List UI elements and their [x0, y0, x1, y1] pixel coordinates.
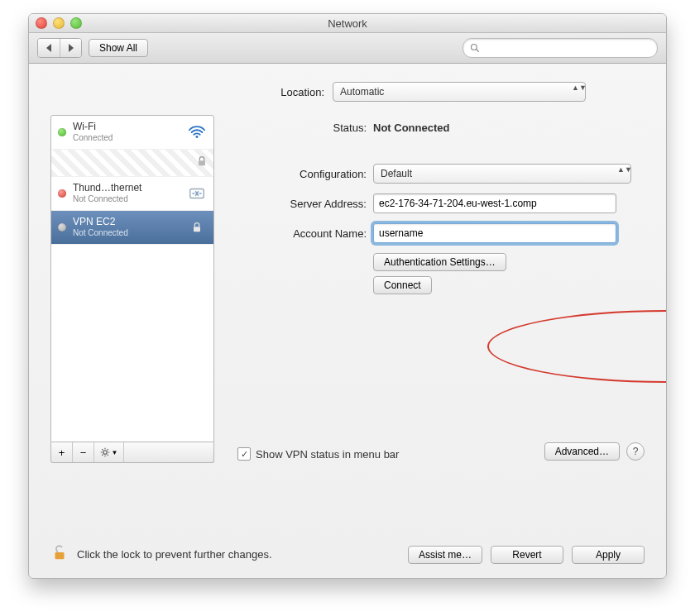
- service-row-redacted[interactable]: [51, 150, 213, 177]
- add-service-button[interactable]: +: [51, 442, 73, 462]
- svg-line-13: [102, 455, 103, 456]
- svg-line-14: [107, 449, 108, 450]
- configuration-popup[interactable]: Default ▲▼: [373, 164, 631, 184]
- lock-icon: [187, 221, 207, 234]
- service-name: Wi-Fi: [73, 121, 187, 132]
- service-status: Connected: [73, 132, 187, 144]
- server-address-label: Server Address:: [237, 198, 367, 210]
- apply-button[interactable]: Apply: [572, 546, 645, 564]
- advanced-button[interactable]: Advanced…: [544, 442, 620, 461]
- zoom-window-button[interactable]: [70, 17, 82, 29]
- back-button[interactable]: [38, 39, 60, 57]
- revert-button[interactable]: Revert: [491, 546, 563, 564]
- services-sidebar: Wi-Fi Connected: [50, 115, 214, 463]
- server-address-input[interactable]: [373, 193, 616, 213]
- status-dot-disconnected-icon: [58, 189, 66, 198]
- titlebar: Network: [29, 14, 666, 33]
- help-button[interactable]: ?: [626, 442, 645, 461]
- toolbar: Show All: [29, 33, 666, 64]
- chevron-left-icon: [46, 44, 51, 52]
- service-actions-menu[interactable]: ▼: [94, 442, 124, 462]
- wifi-icon: [187, 123, 207, 141]
- svg-rect-5: [194, 227, 200, 232]
- show-vpn-status-checkbox[interactable]: ✓: [237, 447, 251, 461]
- service-row-vpn-ec2[interactable]: VPN EC2 Not Connected: [51, 211, 213, 245]
- lock-icon: [195, 155, 208, 170]
- account-name-input[interactable]: [373, 223, 616, 243]
- lock-hint-text: Click the lock to prevent further change…: [77, 548, 272, 561]
- status-row: Status: Not Connected: [237, 122, 645, 134]
- status-dot-connected-icon: [58, 128, 66, 136]
- show-vpn-status-label: Show VPN status in menu bar: [256, 448, 399, 461]
- forward-button[interactable]: [60, 39, 81, 57]
- show-all-button[interactable]: Show All: [89, 39, 148, 57]
- assist-me-button[interactable]: Assist me…: [408, 546, 482, 564]
- service-status: Not Connected: [73, 193, 187, 205]
- service-status: Not Connected: [73, 227, 187, 239]
- minimize-window-button[interactable]: [53, 17, 65, 29]
- window-controls: [36, 17, 82, 29]
- configuration-label: Configuration:: [237, 168, 367, 180]
- location-popup[interactable]: Automatic ▲▼: [333, 82, 586, 102]
- status-value: Not Connected: [373, 122, 449, 134]
- gear-icon: [100, 447, 110, 457]
- status-dot-inactive-icon: [58, 223, 66, 232]
- window-title: Network: [328, 17, 367, 30]
- location-value: Automatic: [340, 86, 384, 98]
- account-name-row: Account Name:: [237, 223, 645, 243]
- search-icon: [470, 43, 480, 53]
- chevron-down-icon: ▼: [112, 449, 118, 456]
- vpn-status-row: ✓ Show VPN status in menu bar: [237, 447, 399, 461]
- search-input[interactable]: [485, 41, 650, 55]
- svg-point-6: [103, 451, 107, 455]
- close-window-button[interactable]: [36, 17, 47, 29]
- svg-point-2: [196, 136, 199, 138]
- chevron-updown-icon: ▲▼: [572, 85, 580, 91]
- server-address-row: Server Address:: [237, 193, 645, 213]
- services-footer: + − ▼: [50, 442, 214, 463]
- service-row-wifi[interactable]: Wi-Fi Connected: [51, 116, 213, 150]
- svg-rect-3: [199, 160, 205, 165]
- status-label: Status:: [237, 122, 367, 134]
- remove-service-button[interactable]: −: [73, 442, 94, 462]
- svg-line-1: [477, 50, 479, 52]
- chevron-updown-icon: ▲▼: [617, 167, 626, 173]
- authentication-settings-button[interactable]: Authentication Settings…: [373, 253, 506, 271]
- location-row: Location: Automatic ▲▼: [29, 64, 666, 115]
- svg-rect-15: [55, 552, 65, 559]
- connect-button[interactable]: Connect: [373, 276, 432, 294]
- configuration-value: Default: [381, 168, 412, 179]
- search-field[interactable]: [463, 38, 658, 58]
- service-name: VPN EC2: [73, 216, 187, 227]
- network-prefs-window: Network Show All Location: Automatic ▲▼: [28, 13, 667, 579]
- configuration-row: Configuration: Default ▲▼: [237, 164, 645, 184]
- bottom-bar: Click the lock to prevent further change…: [50, 544, 645, 565]
- unlock-icon[interactable]: [50, 544, 69, 565]
- svg-line-12: [107, 455, 108, 456]
- check-icon: ✓: [241, 450, 248, 459]
- detail-panel: Status: Not Connected Configuration: Def…: [237, 115, 645, 461]
- account-name-label: Account Name:: [237, 227, 367, 240]
- ethernet-icon: [187, 184, 207, 203]
- annotation-ellipse: [487, 310, 667, 383]
- location-label: Location:: [109, 86, 324, 98]
- svg-line-11: [102, 449, 103, 450]
- service-name: Thund…thernet: [73, 182, 187, 193]
- chevron-right-icon: [69, 44, 74, 52]
- services-list[interactable]: Wi-Fi Connected: [50, 115, 214, 442]
- service-row-thunderbolt-ethernet[interactable]: Thund…thernet Not Connected: [51, 177, 213, 211]
- nav-segment: [37, 38, 82, 58]
